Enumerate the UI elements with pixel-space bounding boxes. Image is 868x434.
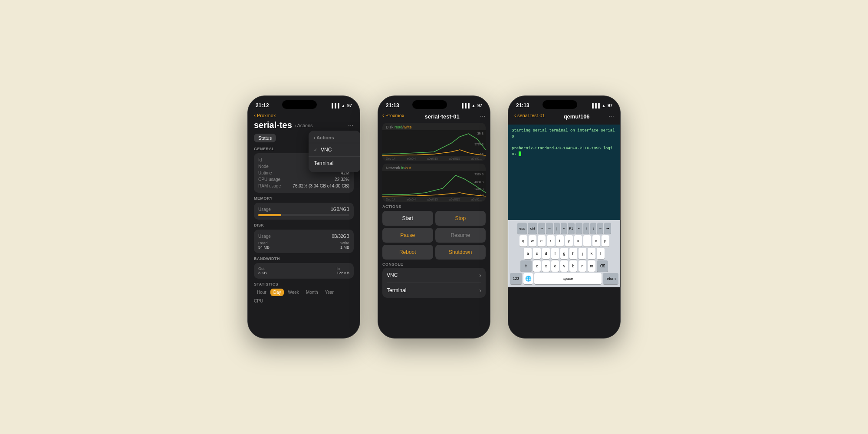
battery-3: 97 [608, 103, 612, 108]
tab-status[interactable]: Status [254, 134, 276, 142]
key-f1[interactable]: F1 [568, 223, 575, 234]
status-bar-2: 21:13 ▐▐▐ ▲ 97 [378, 96, 490, 112]
key-right-arrow[interactable]: → [538, 223, 545, 234]
key-esc[interactable]: esc [517, 223, 527, 234]
disk-read: Read 54 MB [258, 241, 270, 250]
time-2: 21:13 [386, 102, 399, 108]
key-globe[interactable]: 🌐 [523, 273, 533, 284]
stat-tab-day[interactable]: Day [270, 289, 284, 296]
key-backspace[interactable]: ⌫ [597, 260, 608, 272]
key-l[interactable]: l [597, 248, 605, 259]
keyboard-special-row: esc ctrl → ← | − F1 ← ↑ ↓ → ⇥ [510, 223, 618, 234]
value-cpu: 22.33% [335, 177, 349, 182]
terminal-cursor [519, 151, 521, 156]
dropdown-item-vnc[interactable]: ✓ VNC [309, 143, 360, 156]
bandwidth-out-label: Out [258, 266, 267, 271]
key-q[interactable]: q [519, 235, 527, 247]
disk-graph-card: Disk read/write 3MB 977KB 0B Dec 14 a0e0… [382, 123, 486, 161]
disk-chart: 3MB 977KB 0B [382, 130, 486, 156]
key-shift[interactable]: ⇧ [520, 260, 532, 272]
checkmark-icon: ✓ [314, 148, 317, 152]
console-section: CONSOLE VNC › Terminal › [382, 262, 486, 298]
key-v[interactable]: v [560, 260, 568, 272]
more-dots-2[interactable]: ··· [480, 112, 486, 120]
key-tab[interactable]: ⇥ [604, 223, 611, 234]
key-w[interactable]: w [529, 235, 536, 247]
back-link-2[interactable]: ‹ Proxmox [382, 112, 404, 118]
network-graph-area: 732KB 488KB 244KB 0B [382, 171, 486, 197]
memory-usage-row: Usage 1GB/4GB [258, 206, 349, 213]
stat-tab-month[interactable]: Month [303, 289, 321, 296]
terminal-content[interactable]: Starting serial terminal on interface se… [508, 125, 620, 220]
key-pipe[interactable]: | [554, 223, 560, 234]
action-reboot-btn[interactable]: Reboot [382, 245, 433, 260]
key-down[interactable]: ↓ [590, 223, 596, 234]
key-n[interactable]: n [579, 260, 586, 272]
phones-container: 21:12 ▐▐▐ ▲ 97 ‹ Proxmox serial-tes › Ac… [247, 95, 621, 339]
phone2-title: serial-test-01 [424, 113, 459, 120]
key-h[interactable]: h [569, 248, 577, 259]
key-y[interactable]: y [565, 235, 573, 247]
stat-tab-week[interactable]: Week [285, 289, 302, 296]
key-o[interactable]: o [592, 235, 600, 247]
key-p[interactable]: p [602, 235, 609, 247]
key-a[interactable]: a [524, 248, 532, 259]
action-shutdown-btn[interactable]: Shutdown [435, 245, 486, 260]
key-left-arrow[interactable]: ← [546, 223, 553, 234]
key-up[interactable]: ↑ [583, 223, 589, 234]
action-resume-btn[interactable]: Resume [435, 228, 486, 243]
key-u[interactable]: u [574, 235, 582, 247]
section-disk-label: DISK [254, 223, 354, 227]
memory-card: Usage 1GB/4GB [254, 203, 354, 220]
key-e[interactable]: e [538, 235, 546, 247]
actions-trigger[interactable]: › Actions [295, 123, 313, 128]
disk-write: Write 1 MB [340, 241, 349, 250]
console-item-terminal[interactable]: Terminal › [387, 283, 481, 298]
key-i[interactable]: i [583, 235, 591, 247]
back-link-3[interactable]: ‹ serial-test-01 [514, 112, 545, 118]
key-123[interactable]: 123 [510, 273, 522, 284]
key-minus[interactable]: − [561, 223, 567, 234]
key-r[interactable]: r [547, 235, 555, 247]
more-dots-3[interactable]: ··· [608, 112, 614, 120]
key-j[interactable]: j [579, 248, 586, 259]
key-s[interactable]: s [533, 248, 541, 259]
more-dots-1[interactable]: ··· [348, 122, 354, 129]
key-z[interactable]: z [533, 260, 541, 272]
action-pause-btn[interactable]: Pause [382, 228, 433, 243]
key-ctrl[interactable]: ctrl [528, 223, 537, 234]
key-g[interactable]: g [560, 248, 568, 259]
key-m[interactable]: m [588, 260, 595, 272]
stat-tabs: Hour Day Week Month Year [254, 289, 354, 296]
stat-tab-year[interactable]: Year [322, 289, 337, 296]
key-x[interactable]: x [542, 260, 550, 272]
actions-grid: Start Stop Pause Resume Reboot Shutdown [382, 211, 486, 260]
disk-rw-row: Read 54 MB Write 1 MB [258, 241, 349, 250]
key-t[interactable]: t [556, 235, 564, 247]
key-space[interactable]: space [534, 273, 602, 284]
key-backspace-special[interactable]: ← [575, 223, 582, 234]
signal-icon-2: ▐▐▐ [460, 103, 470, 108]
key-b[interactable]: b [569, 260, 577, 272]
key-k[interactable]: k [588, 248, 595, 259]
key-c[interactable]: c [551, 260, 559, 272]
key-d[interactable]: d [542, 248, 550, 259]
back-chevron-3: ‹ [514, 112, 516, 118]
keyboard-row-1: q w e r t y u i o p [510, 235, 618, 247]
svg-text:3MB: 3MB [477, 132, 484, 135]
back-link-1[interactable]: ‹ Proxmox [254, 112, 354, 118]
label-uptime: Uptime [258, 171, 272, 175]
action-stop-btn[interactable]: Stop [435, 211, 486, 226]
bandwidth-out-value: 3 KB [258, 271, 267, 275]
dropdown-item-terminal[interactable]: Terminal [309, 156, 360, 170]
network-graph-label: Network in/out [382, 164, 486, 171]
key-f[interactable]: f [551, 248, 559, 259]
phone-1: 21:12 ▐▐▐ ▲ 97 ‹ Proxmox serial-tes › Ac… [247, 95, 360, 339]
bandwidth-in-label: In [336, 266, 349, 271]
page-title-row-1: serial-tes › Actions ··· [254, 120, 354, 130]
key-right[interactable]: → [597, 223, 603, 234]
console-item-vnc[interactable]: VNC › [387, 268, 481, 283]
key-return[interactable]: return [603, 273, 618, 284]
action-start-btn[interactable]: Start [382, 211, 433, 226]
stat-tab-hour[interactable]: Hour [254, 289, 270, 296]
